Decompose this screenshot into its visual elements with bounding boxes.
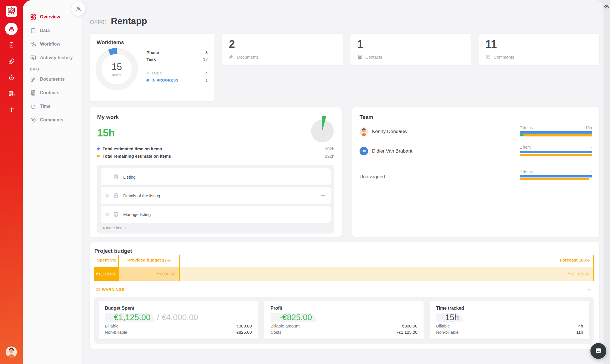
- nav-item-documents[interactable]: Documents: [30, 75, 81, 84]
- chat-icon: [594, 347, 602, 355]
- minus-icon[interactable]: [321, 195, 325, 196]
- rail-item-activity-history[interactable]: [5, 87, 18, 100]
- team-member-row[interactable]: Kenny Dendauw 7 items 15h: [360, 120, 592, 140]
- clipboard-icon: [113, 174, 119, 180]
- contacts-stat-card[interactable]: 1 Contacts: [350, 34, 471, 65]
- member-bar-labels: 1 item -: [520, 145, 592, 149]
- nav-item-overview[interactable]: Overview: [30, 12, 81, 22]
- status-label: TODO: [152, 71, 163, 75]
- stat-label-text: Comments: [494, 55, 514, 59]
- work-item-label: Manage listing: [123, 212, 151, 217]
- app-logo[interactable]: [6, 6, 17, 17]
- spent-amount: €1,125.00: [96, 271, 115, 276]
- detail-value: €825.00: [236, 330, 252, 335]
- member-identity: Kenny Dendauw: [360, 127, 407, 136]
- paperclip-icon: [229, 54, 234, 60]
- project-code: OFF01: [90, 19, 107, 25]
- budget-spent-amount: €1,125.00 / €4,000.00: [105, 313, 252, 322]
- detail-row: Costs -€1,125.00: [271, 330, 418, 335]
- rail-item-contacts[interactable]: [5, 39, 18, 51]
- detail-value: €300.00: [236, 324, 252, 328]
- rail-item-projects[interactable]: [5, 23, 18, 35]
- warnings-label: 10 WARNINGS: [96, 287, 125, 292]
- rail-item-time[interactable]: [5, 71, 18, 83]
- time-tracked-card: Time tracked 15h Billable 4h Non-billabl…: [430, 301, 589, 339]
- comment-icon: [30, 117, 36, 123]
- status-row-in-progress: IN PROGRESS 1: [146, 78, 208, 83]
- archive-drawer-icon: [8, 26, 15, 32]
- nav-item-contacts[interactable]: Contacts: [30, 88, 81, 97]
- budget-spent-card: Budget Spent €1,125.00 / €4,000.00 Billa…: [99, 301, 258, 339]
- warnings-toggle[interactable]: 10 WARNINGS: [94, 287, 594, 292]
- detail-label: Non-billable: [436, 330, 458, 335]
- stopwatch-icon: [30, 103, 36, 110]
- nav-item-workflow[interactable]: Workflow: [30, 40, 81, 49]
- remaining-bar-segment: [524, 134, 592, 136]
- nav-label: Overview: [40, 14, 60, 20]
- work-item-row[interactable]: Manage listing: [101, 206, 331, 223]
- my-work-tracked-hours: 15h: [97, 127, 334, 139]
- work-item-row[interactable]: Details of the listing: [101, 187, 331, 204]
- work-item-label: Details of the listing: [123, 193, 160, 198]
- rail-item-settings[interactable]: [5, 103, 18, 116]
- member-avatar-initials: DV: [360, 147, 368, 155]
- type-label: Task: [146, 57, 156, 62]
- eye-icon[interactable]: [604, 4, 609, 9]
- person-avatar-illustration: [6, 346, 17, 358]
- work-item-row[interactable]: Listing: [101, 168, 331, 185]
- member-hours: 15h: [585, 125, 592, 130]
- detail-value: 4h: [578, 324, 583, 328]
- nav-item-data[interactable]: Data: [30, 26, 81, 35]
- collapsed-panel-strip[interactable]: [603, 0, 610, 364]
- chevron-down-icon[interactable]: [586, 287, 591, 292]
- nav-item-activity-history[interactable]: Activity history: [30, 53, 81, 62]
- assignee-placeholder: [105, 213, 109, 216]
- contacts-count: 1: [357, 38, 464, 50]
- detail-value: €300.00: [402, 324, 417, 328]
- nav-item-time[interactable]: Time: [30, 102, 81, 111]
- member-name: Unassigned: [360, 174, 385, 180]
- project-name: Rentapp: [111, 16, 147, 26]
- team-title: Team: [360, 114, 592, 120]
- items-bar: [520, 131, 592, 134]
- paperclip-icon: [30, 76, 36, 82]
- time-bar: [520, 178, 592, 180]
- nav-label: Comments: [40, 117, 63, 123]
- rail-item-documents[interactable]: [5, 55, 18, 67]
- workitem-type-row: Phase 3: [146, 50, 208, 55]
- unpin-sidebar-button[interactable]: [71, 2, 86, 16]
- member-items: 7 items: [520, 169, 533, 174]
- documents-stat-card[interactable]: 2 Documents: [222, 34, 343, 65]
- status-value: 1: [205, 78, 208, 83]
- legend-label: Total remaining estimate on items: [103, 154, 171, 159]
- detail-row: Billable amount €300.00: [271, 324, 418, 328]
- spent-label: Spent 5%: [97, 258, 116, 262]
- nav-label: Activity history: [40, 55, 73, 60]
- unassigned-row[interactable]: Unassigned 7 items -: [360, 164, 592, 184]
- workitems-title: Workitems: [97, 39, 208, 46]
- divider: [146, 66, 208, 66]
- nav-section-data: DATA: [30, 67, 81, 71]
- team-member-row[interactable]: DV Didier Van Brabant 1 item -: [360, 140, 592, 159]
- todo-status-dot: [146, 72, 149, 74]
- comments-stat-card[interactable]: 11 Comments: [479, 34, 599, 65]
- profit-amount: -€825.00: [271, 313, 418, 322]
- nav-item-comments[interactable]: Comments: [30, 115, 81, 125]
- in-progress-status-dot: [146, 79, 149, 82]
- user-avatar[interactable]: [6, 346, 17, 358]
- items-bar: [520, 175, 592, 177]
- budget-details-panel: Budget Spent €1,125.00 / €4,000.00 Billa…: [94, 297, 594, 344]
- notepad-icon: [30, 27, 36, 34]
- pin-slash-icon: [75, 6, 82, 12]
- member-name: Didier Van Brabant: [372, 148, 412, 154]
- time-tracked-title: Time tracked: [436, 306, 583, 311]
- main-content: OFF01 Rentapp Workitems 15 items: [81, 0, 603, 364]
- chat-launcher-button[interactable]: [590, 343, 606, 359]
- member-items: 1 item: [520, 145, 531, 149]
- forecast-label: Forecast 100%: [560, 258, 590, 262]
- more-items-link[interactable]: 4 more items: [103, 226, 331, 230]
- segment-marker: [179, 255, 180, 281]
- my-work-pie-chart: [305, 112, 339, 147]
- member-identity: Unassigned: [360, 174, 385, 180]
- stat-label: Contacts: [357, 54, 464, 60]
